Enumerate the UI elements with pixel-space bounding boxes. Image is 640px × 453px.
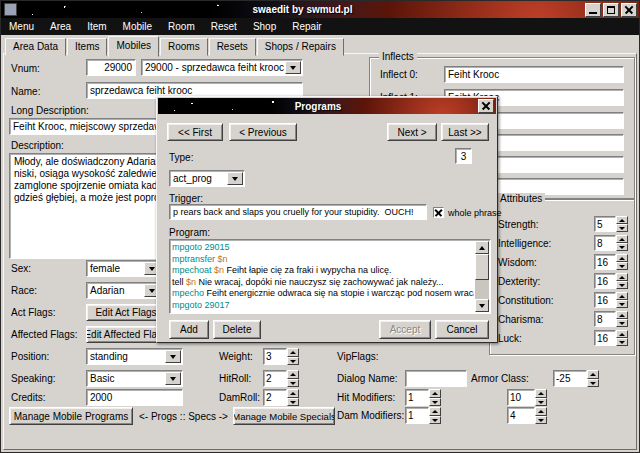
wisdom-label: Wisdom: (498, 257, 537, 268)
tab-shops-repairs[interactable]: Shops / Repairs (257, 38, 344, 56)
menu-item-repair[interactable]: Repair (284, 18, 329, 35)
cancel-button[interactable]: Cancel (435, 320, 489, 339)
strength-stepper[interactable]: 5 (594, 216, 628, 232)
delete-button[interactable]: Delete (213, 320, 261, 339)
hit-mod-1-stepper[interactable]: 1 (405, 389, 441, 406)
maximize-button[interactable] (603, 3, 619, 17)
spin-up-icon[interactable] (429, 407, 441, 416)
progs-specs-label: <- Progs :: Specs -> (139, 411, 228, 422)
prog-type-select[interactable]: act_prog (169, 170, 245, 187)
whole-phrase-checkbox[interactable] (433, 207, 444, 218)
dam-mod-2-stepper[interactable]: 4 (507, 407, 547, 424)
menu-item-reset[interactable]: Reset (203, 18, 245, 35)
menu-item-menu[interactable]: Menu (1, 18, 42, 35)
hit-mod-2-stepper[interactable]: 10 (507, 389, 547, 406)
close-icon[interactable] (478, 99, 494, 113)
menu-item-room[interactable]: Room (160, 18, 203, 35)
speaking-select[interactable]: Basic (86, 370, 183, 387)
inflect-0-field[interactable]: Feiht Krooc (444, 66, 624, 83)
scroll-down-icon[interactable] (475, 299, 489, 312)
wisdom-stepper[interactable]: 16 (594, 254, 628, 270)
program-textarea[interactable]: mpgoto 29015mptransfer $nmpechoat $n Fei… (169, 239, 491, 314)
menu-item-area[interactable]: Area (42, 18, 79, 35)
spin-up-icon[interactable] (616, 292, 628, 300)
vnum-field[interactable]: 29000 (86, 59, 136, 76)
weight-stepper[interactable]: 3 (263, 348, 299, 365)
dexterity-label: Dexterity: (498, 276, 540, 287)
menu-item-item[interactable]: Item (79, 18, 114, 35)
spin-down-icon[interactable] (616, 300, 628, 308)
first-button[interactable]: << First (167, 123, 223, 141)
edit-affected-flags-button[interactable]: Edit Affected Flags (86, 326, 166, 343)
chevron-down-icon[interactable] (285, 61, 301, 74)
sex-select[interactable]: female (86, 260, 162, 277)
add-button[interactable]: Add (169, 320, 209, 339)
spin-up-icon[interactable] (287, 389, 299, 398)
spin-up-icon[interactable] (535, 407, 547, 416)
spin-up-icon[interactable] (287, 370, 299, 379)
last-button[interactable]: Last >> (441, 123, 489, 141)
luck-stepper[interactable]: 16 (594, 330, 628, 346)
intelligence-stepper[interactable]: 8 (594, 235, 628, 251)
chevron-down-icon[interactable] (227, 172, 243, 185)
edit-act-flags-button[interactable]: Edit Act Flags (86, 304, 166, 321)
tab-items[interactable]: Items (67, 38, 107, 56)
spin-up-icon[interactable] (616, 273, 628, 281)
spin-down-icon[interactable] (429, 416, 441, 425)
spin-down-icon[interactable] (616, 224, 628, 232)
spin-down-icon[interactable] (535, 416, 547, 425)
minimize-button[interactable] (585, 3, 601, 17)
spin-down-icon[interactable] (616, 319, 628, 327)
previous-button[interactable]: < Previous (229, 123, 297, 141)
spin-down-icon[interactable] (587, 379, 599, 388)
charisma-stepper[interactable]: 8 (594, 311, 628, 327)
spin-down-icon[interactable] (616, 243, 628, 251)
dexterity-stepper[interactable]: 16 (594, 273, 628, 289)
tab-area-data[interactable]: Area Data (5, 38, 66, 56)
armor-class-stepper[interactable]: -25 (553, 370, 599, 387)
damroll-stepper[interactable]: 2 (263, 389, 299, 406)
spin-down-icon[interactable] (287, 357, 299, 366)
menu-item-shop[interactable]: Shop (245, 18, 284, 35)
spin-down-icon[interactable] (616, 262, 628, 270)
dialog-name-field[interactable] (405, 370, 467, 387)
spin-up-icon[interactable] (616, 254, 628, 262)
chevron-down-icon[interactable] (165, 350, 181, 363)
race-select[interactable]: Adarian (86, 282, 162, 299)
spin-down-icon[interactable] (287, 398, 299, 407)
spin-up-icon[interactable] (429, 389, 441, 398)
menu-item-mobile[interactable]: Mobile (115, 18, 160, 35)
spin-up-icon[interactable] (587, 370, 599, 379)
spin-down-icon[interactable] (535, 398, 547, 407)
manage-mobile-specials-button[interactable]: Manage Mobile Specials (233, 407, 335, 425)
constitution-stepper[interactable]: 16 (594, 292, 628, 308)
dialog-titlebar: Programs (158, 98, 496, 114)
spin-down-icon[interactable] (429, 398, 441, 407)
chevron-down-icon[interactable] (165, 372, 181, 385)
spin-down-icon[interactable] (616, 338, 628, 346)
spin-up-icon[interactable] (616, 216, 628, 224)
dam-mod-1-stepper[interactable]: 1 (405, 407, 441, 424)
spin-down-icon[interactable] (616, 281, 628, 289)
trigger-field[interactable]: p rears back and slaps you cruelly for y… (169, 204, 427, 220)
tab-mobiles[interactable]: Mobiles (108, 36, 158, 57)
tab-resets[interactable]: Resets (209, 38, 256, 56)
next-button[interactable]: Next > (387, 123, 437, 141)
scroll-up-icon[interactable] (475, 241, 489, 254)
manage-mobile-programs-button[interactable]: Manage Mobile Programs (9, 407, 133, 425)
spin-down-icon[interactable] (287, 379, 299, 388)
hit-modifiers-label: Hit Modifiers: (337, 392, 395, 403)
spin-up-icon[interactable] (535, 389, 547, 398)
close-icon[interactable] (621, 3, 637, 17)
scrollbar-thumb[interactable] (475, 254, 489, 280)
spin-up-icon[interactable] (287, 348, 299, 357)
hitroll-stepper[interactable]: 2 (263, 370, 299, 387)
tab-rooms[interactable]: Rooms (160, 38, 208, 56)
program-scrollbar[interactable] (475, 241, 489, 312)
spin-up-icon[interactable] (616, 330, 628, 338)
vnum-select[interactable]: 29000 - sprzedawca feiht krooc (141, 59, 303, 76)
credits-field[interactable]: 2000 (86, 389, 183, 406)
position-select[interactable]: standing (86, 348, 183, 365)
spin-up-icon[interactable] (616, 311, 628, 319)
spin-up-icon[interactable] (616, 235, 628, 243)
